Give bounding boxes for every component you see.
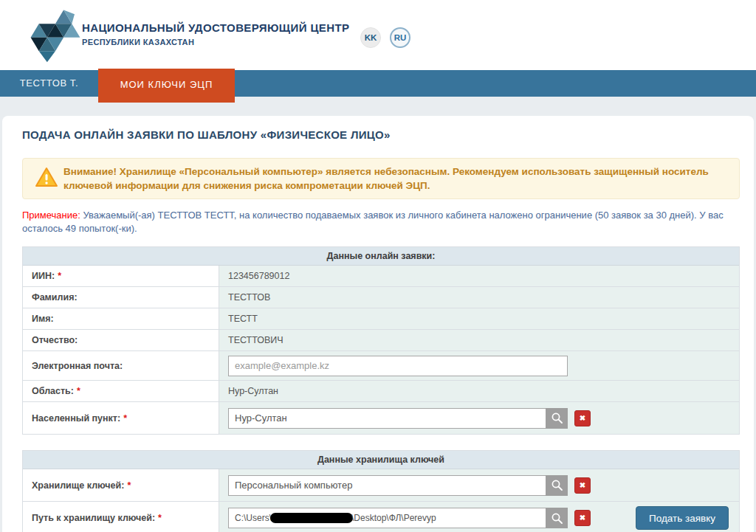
- nav-my-keys-tab[interactable]: МОИ КЛЮЧИ ЭЦП: [98, 69, 235, 103]
- note-label: Примечание:: [22, 210, 80, 221]
- region-value: Нур-Султан: [228, 386, 278, 396]
- required-mark: *: [58, 271, 61, 281]
- storage-label: Хранилище ключей:: [32, 480, 124, 491]
- row-email: Электронная почта:: [23, 351, 739, 381]
- middlename-value: ТЕСТТОВИЧ: [228, 335, 284, 345]
- warning-triangle-icon: [35, 167, 58, 187]
- city-input[interactable]: [228, 408, 546, 429]
- redaction-overlay: [270, 513, 353, 523]
- search-icon: [551, 412, 563, 424]
- email-label: Электронная почта:: [32, 361, 123, 371]
- close-icon: ✖: [580, 482, 585, 489]
- note-text: Уважаемый(-ая) ТЕСТТОВ ТЕСТТ, на количес…: [22, 210, 724, 234]
- submit-application-button[interactable]: Подать заявку: [636, 506, 729, 530]
- warning-banner: Внимание! Хранилище «Персональный компью…: [22, 158, 740, 199]
- email-input[interactable]: [228, 356, 568, 376]
- storage-clear-button[interactable]: ✖: [574, 477, 591, 494]
- application-data-table: Данные онлайн заявки: ИИН: * 12345678901…: [22, 246, 740, 435]
- iin-label: ИИН:: [32, 271, 55, 281]
- firstname-label: Имя:: [32, 314, 54, 324]
- region-label: Область:: [32, 386, 74, 396]
- main-navbar: ТЕСТТОВ Т. МОИ КЛЮЧИ ЭЦП: [0, 70, 756, 97]
- city-clear-button[interactable]: ✖: [574, 410, 591, 426]
- row-storage-path: Путь к хранилищу ключей: * C:\Users\\Des…: [23, 502, 739, 532]
- nav-user-tab[interactable]: ТЕСТТОВ Т.: [0, 70, 98, 97]
- path-input[interactable]: C:\Users\\Desktop\ФЛ\Perevyp: [228, 508, 546, 528]
- middlename-label: Отчество:: [32, 335, 78, 345]
- lang-kk-button[interactable]: KK: [360, 27, 381, 48]
- required-mark: *: [127, 480, 131, 491]
- row-iin: ИИН: * 123456789012: [23, 266, 739, 287]
- row-region: Область: * Нур-Султан: [23, 381, 739, 402]
- city-label: Населенный пункт:: [32, 413, 120, 424]
- city-search-button[interactable]: [546, 408, 568, 429]
- row-middlename: Отчество: ТЕСТТОВИЧ: [23, 330, 739, 351]
- search-icon: [551, 512, 563, 525]
- close-icon: ✖: [580, 415, 585, 422]
- required-mark: *: [77, 386, 80, 396]
- required-mark: *: [158, 513, 162, 523]
- lastname-label: Фамилия:: [32, 292, 78, 303]
- firstname-value: ТЕСТТ: [228, 314, 258, 324]
- required-mark: *: [123, 413, 127, 424]
- language-switch: KK RU: [360, 27, 410, 48]
- row-firstname: Имя: ТЕСТТ: [23, 308, 739, 330]
- search-icon: [551, 479, 563, 491]
- row-city: Населенный пункт: * ✖: [23, 402, 739, 434]
- org-name-line2: РЕСПУБЛИКИ КАЗАХСТАН: [82, 38, 349, 46]
- path-prefix: C:\Users\: [235, 513, 272, 523]
- path-clear-button[interactable]: ✖: [574, 510, 591, 526]
- path-label: Путь к хранилищу ключей:: [32, 513, 155, 523]
- org-name-line1: НАЦИОНАЛЬНЫЙ УДОСТОВЕРЯЮЩИЙ ЦЕНТР: [82, 21, 349, 34]
- content-area: ПОДАЧА ОНЛАЙН ЗАЯВКИ ПО ШАБЛОНУ «ФИЗИЧЕС…: [0, 97, 756, 532]
- path-search-button[interactable]: [546, 508, 568, 528]
- close-icon: ✖: [580, 514, 585, 522]
- row-lastname: Фамилия: ТЕСТТОВ: [23, 287, 739, 308]
- note-paragraph: Примечание: Уважаемый(-ая) ТЕСТТОВ ТЕСТТ…: [22, 209, 749, 235]
- row-storage: Хранилище ключей: * ✖: [23, 469, 739, 502]
- site-header: НАЦИОНАЛЬНЫЙ УДОСТОВЕРЯЮЩИЙ ЦЕНТР РЕСПУБ…: [0, 0, 756, 70]
- iin-value: 123456789012: [228, 271, 289, 281]
- path-suffix: \Desktop\ФЛ\Perevyp: [351, 513, 436, 523]
- storage-search-button[interactable]: [546, 475, 568, 496]
- storage-input[interactable]: [228, 475, 546, 496]
- lastname-value: ТЕСТТОВ: [228, 292, 270, 303]
- org-title: НАЦИОНАЛЬНЫЙ УДОСТОВЕРЯЮЩИЙ ЦЕНТР РЕСПУБ…: [82, 21, 349, 46]
- lang-ru-button[interactable]: RU: [390, 27, 410, 48]
- key-storage-table: Данные хранилища ключей Хранилище ключей…: [22, 450, 740, 532]
- nuc-logo: [27, 7, 84, 63]
- page-title: ПОДАЧА ОНЛАЙН ЗАЯВКИ ПО ШАБЛОНУ «ФИЗИЧЕС…: [22, 128, 740, 142]
- table2-header: Данные хранилища ключей: [23, 451, 739, 469]
- main-card: ПОДАЧА ОНЛАЙН ЗАЯВКИ ПО ШАБЛОНУ «ФИЗИЧЕС…: [2, 116, 754, 532]
- warning-text: Внимание! Хранилище «Персональный компью…: [63, 165, 724, 193]
- table1-header: Данные онлайн заявки:: [23, 247, 739, 266]
